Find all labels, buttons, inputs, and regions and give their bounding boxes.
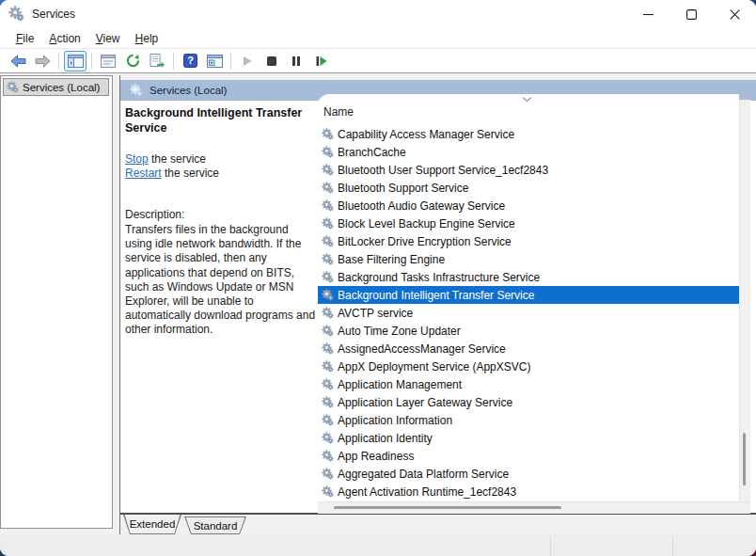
console-tree-panel: Services (Local) bbox=[0, 75, 113, 529]
menu-help[interactable]: Help bbox=[128, 29, 166, 48]
service-gear-icon bbox=[322, 235, 334, 247]
tree-item-label: Services (Local) bbox=[23, 82, 100, 93]
service-gear-icon bbox=[322, 217, 334, 230]
service-gear-icon bbox=[322, 485, 334, 498]
service-row[interactable]: Agent Activation Runtime_1ecf2843 bbox=[318, 483, 739, 500]
pause-service-icon[interactable] bbox=[285, 51, 307, 71]
service-gear-icon bbox=[322, 468, 334, 480]
window-title: Services bbox=[32, 8, 75, 21]
menubar: File Action View Help bbox=[0, 28, 756, 49]
service-gear-icon bbox=[322, 342, 334, 355]
service-row[interactable]: App Readiness bbox=[318, 447, 739, 465]
service-gear-icon bbox=[322, 360, 334, 373]
menu-action[interactable]: Action bbox=[41, 29, 87, 48]
service-row[interactable]: Bluetooth Audio Gateway Service bbox=[318, 197, 739, 214]
service-gear-icon bbox=[322, 182, 334, 194]
description-label: Description: bbox=[125, 208, 184, 221]
service-gear-icon bbox=[322, 253, 334, 265]
close-button[interactable] bbox=[713, 0, 756, 28]
restart-service-icon[interactable] bbox=[309, 51, 332, 71]
service-gear-icon bbox=[322, 414, 334, 426]
tab-standard-label: Standard bbox=[184, 517, 246, 533]
show-console-tree-icon[interactable] bbox=[64, 51, 87, 71]
service-name: Background Tasks Infrastructure Service bbox=[338, 271, 540, 284]
statusbar bbox=[0, 534, 756, 556]
description-text: Transfers files in the background using … bbox=[125, 223, 316, 338]
service-gear-icon bbox=[322, 199, 334, 212]
services-gear-icon-small bbox=[7, 81, 19, 93]
service-row[interactable]: Aggregated Data Platform Service bbox=[318, 465, 739, 483]
services-window: Services File Action View Help bbox=[0, 0, 756, 556]
service-action-links: Stop the service Restart the service bbox=[125, 152, 219, 181]
service-name: AppX Deployment Service (AppXSVC) bbox=[338, 360, 530, 373]
service-row[interactable]: BitLocker Drive Encryption Service bbox=[318, 232, 739, 250]
service-gear-icon bbox=[322, 146, 334, 158]
restart-service-link[interactable]: Restart bbox=[125, 167, 162, 180]
service-row[interactable]: Bluetooth Support Service bbox=[318, 179, 739, 197]
service-name: Aggregated Data Platform Service bbox=[338, 468, 509, 481]
service-row[interactable]: Background Intelligent Transfer Service bbox=[318, 286, 739, 304]
service-row[interactable]: AssignedAccessManager Service bbox=[318, 340, 739, 357]
service-name: AssignedAccessManager Service bbox=[338, 342, 506, 356]
service-row[interactable]: Capability Access Manager Service bbox=[318, 125, 739, 143]
export-list-icon[interactable] bbox=[146, 51, 168, 71]
service-row[interactable]: Block Level Backup Engine Service bbox=[318, 214, 739, 232]
service-row[interactable]: Auto Time Zone Updater bbox=[318, 322, 739, 340]
menu-view[interactable]: View bbox=[88, 29, 128, 48]
tab-extended[interactable]: Extended bbox=[123, 515, 181, 534]
service-name: Bluetooth Audio Gateway Service bbox=[338, 199, 505, 213]
refresh-icon[interactable] bbox=[121, 51, 144, 71]
svg-text:?: ? bbox=[187, 55, 194, 66]
help-icon[interactable]: ? bbox=[179, 51, 201, 71]
service-name: Block Level Backup Engine Service bbox=[338, 217, 515, 230]
service-name: Agent Activation Runtime_1ecf2843 bbox=[338, 485, 516, 499]
service-gear-icon bbox=[322, 396, 334, 408]
tab-extended-label: Extended bbox=[123, 515, 181, 533]
show-action-pane-icon[interactable] bbox=[203, 51, 226, 71]
sort-descending-icon[interactable] bbox=[522, 96, 532, 103]
service-name: Bluetooth User Support Service_1ecf2843 bbox=[338, 164, 548, 177]
selected-service-title: Background Intelligent Transfer Service bbox=[125, 105, 315, 135]
services-gear-icon-band bbox=[130, 84, 143, 97]
stop-service-link[interactable]: Stop bbox=[125, 152, 149, 166]
column-header-name[interactable]: Name bbox=[323, 105, 354, 119]
service-row[interactable]: AppX Deployment Service (AppXSVC) bbox=[318, 357, 739, 375]
services-list: Capability Access Manager Service Branch… bbox=[318, 125, 739, 500]
service-name: Background Intelligent Transfer Service bbox=[338, 289, 534, 302]
service-gear-icon bbox=[322, 450, 334, 462]
maximize-button[interactable] bbox=[669, 0, 713, 28]
menu-file[interactable]: File bbox=[8, 29, 41, 48]
service-name: Application Information bbox=[338, 414, 452, 427]
stop-service-icon[interactable] bbox=[260, 51, 283, 71]
service-name: Application Identity bbox=[338, 432, 433, 445]
start-service-icon[interactable] bbox=[236, 51, 259, 71]
services-gear-icon bbox=[8, 6, 24, 22]
service-row[interactable]: Base Filtering Engine bbox=[318, 250, 739, 268]
service-gear-icon bbox=[322, 432, 334, 444]
service-gear-icon bbox=[322, 325, 334, 337]
toolbar-separator bbox=[91, 53, 92, 70]
service-name: Bluetooth Support Service bbox=[338, 182, 468, 195]
service-row[interactable]: Application Layer Gateway Service bbox=[318, 393, 739, 411]
service-row[interactable]: Bluetooth User Support Service_1ecf2843 bbox=[318, 161, 739, 179]
service-row[interactable]: Application Information bbox=[318, 411, 739, 429]
tab-standard[interactable]: Standard bbox=[184, 516, 246, 534]
properties-icon[interactable] bbox=[97, 51, 119, 71]
back-icon[interactable] bbox=[7, 51, 29, 71]
vertical-scrollbar-thumb[interactable] bbox=[743, 433, 746, 485]
stop-link-suffix: the service bbox=[149, 152, 206, 166]
horizontal-scrollbar-thumb[interactable] bbox=[334, 506, 561, 509]
toolbar-separator bbox=[58, 53, 59, 70]
minimize-button[interactable] bbox=[626, 0, 669, 28]
restart-link-suffix: the service bbox=[162, 167, 219, 180]
service-row[interactable]: Background Tasks Infrastructure Service bbox=[318, 268, 739, 286]
service-row[interactable]: Application Identity bbox=[318, 429, 739, 447]
service-row[interactable]: BranchCache bbox=[318, 143, 739, 161]
tree-item-services-local[interactable]: Services (Local) bbox=[3, 78, 109, 96]
service-name: BranchCache bbox=[338, 146, 406, 159]
toolbar-separator bbox=[230, 53, 231, 70]
service-row[interactable]: AVCTP service bbox=[318, 304, 739, 322]
forward-icon[interactable] bbox=[31, 51, 54, 71]
toolbar: ? bbox=[0, 49, 756, 73]
service-row[interactable]: Application Management bbox=[318, 375, 739, 393]
